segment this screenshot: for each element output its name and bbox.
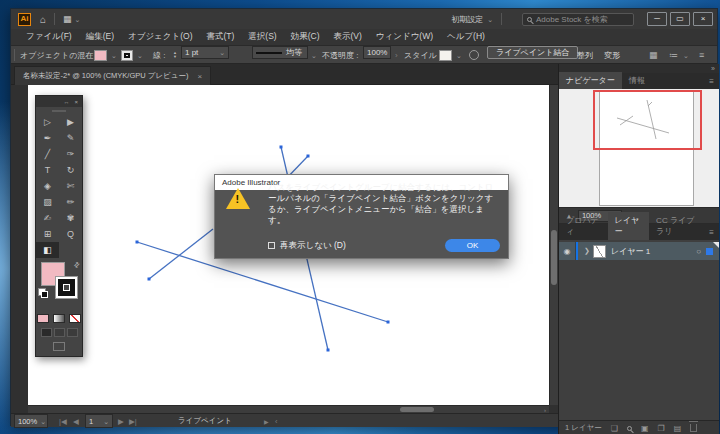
tab-layers[interactable]: レイヤー bbox=[608, 212, 650, 240]
fill-color-swatch[interactable] bbox=[94, 46, 107, 64]
visibility-eye-icon[interactable]: ◉ bbox=[559, 247, 575, 256]
live-paint-merge-button[interactable]: ライブペイント結合 bbox=[487, 46, 578, 59]
navigator-view-box[interactable] bbox=[593, 90, 702, 150]
align-objects-icon[interactable]: ▦ bbox=[649, 46, 658, 64]
stroke-chevron-icon[interactable]: ⌄ bbox=[137, 46, 143, 64]
collect-for-export-icon[interactable]: ❏ bbox=[611, 424, 618, 433]
delete-layer-icon[interactable] bbox=[690, 424, 697, 432]
prev-artboard-icon[interactable]: ◀ bbox=[73, 414, 79, 428]
menu-item[interactable]: 書式(T) bbox=[199, 31, 241, 43]
window-maximize-button[interactable]: ▭ bbox=[670, 12, 690, 26]
draw-behind-button[interactable] bbox=[54, 328, 65, 337]
fill-chevron-icon[interactable]: ⌄ bbox=[111, 46, 117, 64]
tool-eraser-icon[interactable]: ◈ bbox=[36, 178, 59, 194]
stroke-color-swatch[interactable] bbox=[121, 46, 133, 64]
arrange-documents-button[interactable]: ▦ ⌄ bbox=[63, 14, 80, 24]
tab-navigator[interactable]: ナビゲーター bbox=[559, 72, 622, 89]
last-artboard-icon[interactable]: ▶| bbox=[129, 414, 137, 428]
window-close-button[interactable]: × bbox=[693, 12, 713, 26]
swap-fill-stroke-icon[interactable]: ⇄ bbox=[72, 260, 82, 270]
vertical-scrollbar-thumb[interactable] bbox=[551, 230, 557, 285]
tab-cc-libraries[interactable]: CC ライブラリ bbox=[649, 212, 709, 240]
tools-panel-header[interactable]: ↔ × bbox=[36, 96, 82, 107]
profile-chevron-icon[interactable]: ⌄ bbox=[311, 46, 317, 64]
draw-inside-button[interactable] bbox=[67, 328, 78, 337]
tool-zoom-icon[interactable]: Q bbox=[59, 226, 82, 242]
workspace-switcher[interactable]: 初期設定 ⌄ bbox=[451, 14, 493, 25]
draw-normal-button[interactable] bbox=[41, 328, 52, 337]
dock-arrows-icon[interactable]: ↔ bbox=[63, 99, 69, 105]
horizontal-scrollbar[interactable]: › bbox=[28, 405, 549, 413]
adobe-stock-search-input[interactable]: Adobe Stock を検索 bbox=[522, 13, 634, 26]
tool-scissors-icon[interactable]: ✄ bbox=[59, 178, 82, 194]
artboard-number-field[interactable]: 1 ⌄ bbox=[85, 414, 113, 428]
color-button[interactable] bbox=[37, 314, 49, 323]
panel-close-icon[interactable]: × bbox=[74, 99, 78, 105]
align-menu-button[interactable]: 整列 bbox=[577, 46, 593, 64]
layer-expand-icon[interactable]: ❯ bbox=[584, 247, 590, 255]
tool-paintbrush-icon[interactable]: ✑ bbox=[59, 146, 82, 162]
navigator-menu-icon[interactable]: ≡ bbox=[709, 75, 714, 89]
home-icon[interactable]: ⌂ bbox=[40, 14, 46, 25]
tool-symbol-sprayer-icon[interactable]: ✾ bbox=[59, 210, 82, 226]
dont-show-again-checkbox[interactable] bbox=[268, 242, 275, 249]
menu-item[interactable]: 選択(S) bbox=[241, 31, 283, 43]
transform-menu-button[interactable]: 変形 bbox=[604, 46, 620, 64]
navigator-preview[interactable] bbox=[559, 89, 719, 207]
style-chevron-icon[interactable]: ⌄ bbox=[456, 46, 462, 64]
tool-line-segment-icon[interactable]: ╱ bbox=[36, 146, 59, 162]
anchor-point[interactable] bbox=[148, 278, 151, 281]
tool-shaper-icon[interactable]: ✍ bbox=[36, 210, 59, 226]
distribute-chevron-icon[interactable]: ⌄ bbox=[683, 46, 689, 64]
locate-object-icon[interactable] bbox=[627, 426, 632, 431]
anchor-point[interactable] bbox=[327, 349, 330, 352]
tool-pen-icon[interactable]: ✒ bbox=[36, 130, 59, 146]
tool-direct-selection-icon[interactable]: ▷ bbox=[36, 114, 59, 130]
menu-item[interactable]: オブジェクト(O) bbox=[121, 31, 199, 43]
status-flyout-icon[interactable]: ▶ bbox=[264, 414, 269, 428]
none-button[interactable] bbox=[69, 314, 81, 323]
tool-artboard-icon[interactable]: ⊞ bbox=[36, 226, 59, 242]
stroke-profile-dropdown[interactable]: 均等 bbox=[252, 46, 308, 59]
tool-selection-icon[interactable]: ▶ bbox=[59, 114, 82, 130]
layer-name[interactable]: レイヤー 1 bbox=[611, 246, 650, 257]
default-fill-stroke-icon[interactable] bbox=[38, 288, 46, 296]
status-back-icon[interactable]: ‹ bbox=[275, 414, 278, 428]
anchor-point[interactable] bbox=[307, 155, 310, 158]
layer-thumbnail[interactable] bbox=[593, 245, 606, 258]
document-tab[interactable]: 名称未設定-2* @ 100% (CMYK/GPU プレビュー) × bbox=[14, 66, 211, 85]
gradient-button[interactable] bbox=[53, 314, 65, 323]
menu-item[interactable]: 効果(C) bbox=[284, 31, 327, 43]
tab-info[interactable]: 情報 bbox=[622, 72, 652, 89]
stroke-color-indicator[interactable] bbox=[55, 276, 78, 299]
layer-row[interactable]: ◉ ❯ レイヤー 1 ○ bbox=[559, 242, 719, 260]
style-swatch[interactable] bbox=[439, 46, 452, 64]
layer-selection-indicator[interactable] bbox=[706, 248, 713, 255]
tool-gradient-icon[interactable]: ▨ bbox=[36, 194, 59, 210]
tools-drag-handle[interactable] bbox=[36, 107, 82, 114]
first-artboard-icon[interactable]: |◀ bbox=[59, 414, 67, 428]
menu-item[interactable]: ファイル(F) bbox=[19, 31, 79, 43]
horizontal-scrollbar-thumb[interactable] bbox=[400, 407, 434, 412]
new-sublayer-icon[interactable]: ❐ bbox=[658, 424, 665, 433]
tool-live-paint-bucket-icon[interactable]: ◧ bbox=[36, 242, 59, 258]
zoom-level-field[interactable]: 100% ⌄ bbox=[14, 414, 48, 428]
collapse-panels-icon[interactable]: » bbox=[711, 65, 715, 72]
layer-target-icon[interactable]: ○ bbox=[696, 247, 701, 256]
control-panel-menu-icon[interactable]: ≡ bbox=[699, 46, 704, 64]
menu-item[interactable]: ヘルプ(H) bbox=[440, 31, 492, 43]
tab-properties[interactable]: プロパティ bbox=[559, 212, 608, 240]
tool-eyedropper-icon[interactable]: ✏ bbox=[59, 194, 82, 210]
anchor-point[interactable] bbox=[280, 146, 283, 149]
menu-item[interactable]: 編集(E) bbox=[79, 31, 121, 43]
window-minimize-button[interactable]: ─ bbox=[647, 12, 667, 26]
anchor-point[interactable] bbox=[136, 241, 139, 244]
path-segment[interactable] bbox=[149, 229, 213, 279]
menu-item[interactable]: 表示(V) bbox=[326, 31, 368, 43]
vertical-scrollbar[interactable] bbox=[549, 85, 558, 405]
make-clipping-mask-icon[interactable]: ▣ bbox=[641, 424, 649, 433]
distribute-icon[interactable]: ≔ bbox=[669, 46, 678, 64]
menu-item[interactable]: ウィンドウ(W) bbox=[369, 31, 440, 43]
screen-mode-button[interactable] bbox=[53, 342, 65, 351]
layers-menu-icon[interactable]: ≡ bbox=[709, 226, 714, 240]
